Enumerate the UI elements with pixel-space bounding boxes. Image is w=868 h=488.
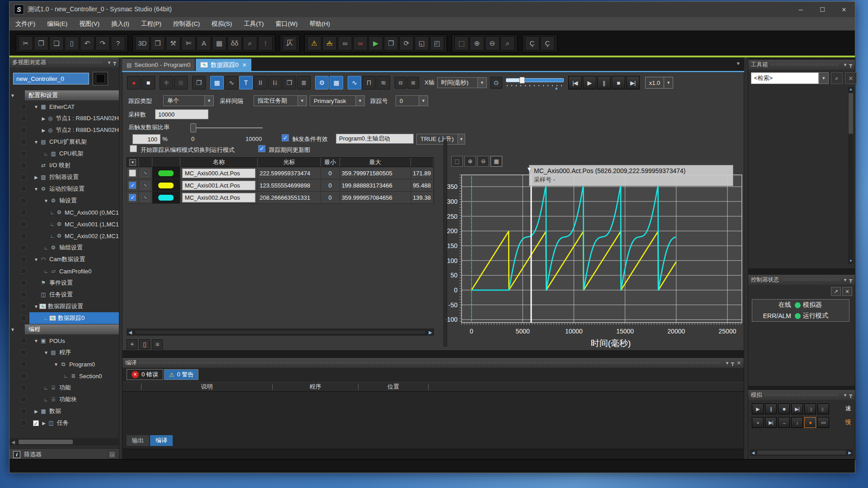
sim-button-row1-2[interactable]: ■ (778, 404, 790, 414)
sim-button-row2-2[interactable]: → (778, 417, 790, 428)
variable-name-input[interactable]: MC_Axis001.Act.Pos (182, 181, 255, 190)
monitor-icon[interactable]: ◱ (415, 36, 429, 51)
tree-item-数据[interactable]: ▶▦数据 (9, 405, 119, 417)
copy-icon[interactable]: ❐ (34, 36, 48, 51)
sim-button-row2-1[interactable]: ▶| (765, 417, 777, 428)
build-tab-编译[interactable]: 编译 (150, 435, 173, 446)
tree-item-Cam数据设置[interactable]: ▼◠Cam数据设置 (9, 253, 119, 265)
zoom-out-icon[interactable]: ⊖ (485, 36, 500, 51)
tree-item-CPU/扩展机架[interactable]: ▼▤CPU/扩展机架 (9, 136, 119, 148)
controller-select[interactable]: new_Controller_0 (13, 73, 89, 84)
menu-item-2[interactable]: 视图(V) (73, 17, 105, 30)
variable-icon[interactable]: δδ (227, 36, 242, 51)
skip-end-button[interactable]: ▶| (626, 76, 640, 89)
tree-item-轴组设置[interactable]: ∟⚙轴组设置 (9, 242, 119, 253)
tab-overflow-icon[interactable]: ▼ (736, 61, 741, 66)
skip-start-button[interactable]: |◀ (568, 76, 582, 89)
display-range-slider[interactable]: ▲ (506, 76, 564, 89)
online-icon[interactable]: Ç (525, 36, 539, 51)
chart-grid-button[interactable]: ▦ (491, 156, 502, 167)
tree-item-任务[interactable]: ✓▶◫任务 (9, 417, 119, 429)
mixed-chart-button[interactable]: ≋ (377, 76, 390, 89)
chart-select-button[interactable]: ⬚ (451, 156, 463, 167)
panel-menu-icon[interactable]: ▾ (844, 62, 847, 68)
tree-item-运动控制设置[interactable]: ▼⚙运动控制设置 (9, 183, 119, 195)
start-on-runmode-checkbox[interactable]: ✓ (130, 145, 137, 152)
trace-variable-row[interactable]: ✓∿MC_Axis001.Act.Pos123.5555546998980199… (127, 179, 434, 192)
tree-item-功能块[interactable]: ∟⌹功能块 (9, 394, 119, 405)
tree-item-I/O 映射[interactable]: ⇄I/O 映射 (9, 160, 119, 171)
warning-count-button[interactable]: ⚠ 0 警告 (164, 369, 199, 380)
warning-off-icon[interactable]: ⚠ (322, 36, 337, 51)
clear-search-icon[interactable]: ✕ (845, 72, 857, 84)
pin-icon[interactable]: ┳ (731, 360, 734, 366)
trace-variable-row[interactable]: ✓∿MC_Axis002.Act.Pos208.2666635513310359… (127, 192, 434, 204)
panel-menu-icon[interactable]: ▾ (844, 277, 847, 283)
tree-item-Section0[interactable]: ∟≣Section0 (9, 370, 119, 382)
menu-item-7[interactable]: 工具(T) (238, 17, 269, 30)
pin-icon[interactable]: ┳ (849, 62, 852, 68)
tree-item-事件设置[interactable]: ⚑事件设置 (9, 277, 119, 289)
variable-name-input[interactable]: MC_Axis002.Act.Pos (182, 193, 255, 202)
analog-chart-button[interactable]: ∿ (348, 76, 361, 89)
add-window-button[interactable]: ⊞ (174, 76, 188, 89)
search-dropdown-icon[interactable]: ▼ (819, 72, 829, 84)
update-during-trace-checkbox[interactable]: ✓ (258, 145, 265, 152)
error-count-button[interactable]: ✕ 0 错误 (127, 369, 163, 380)
compare-off-icon[interactable]: ∞ (353, 36, 368, 51)
layout-b-button[interactable]: ⊞ (407, 77, 419, 89)
sidebar-hscrollbar[interactable]: ◀ (9, 438, 119, 446)
menu-item-9[interactable]: 帮助(H) (303, 17, 336, 30)
compare-icon[interactable]: ∞ (338, 36, 352, 51)
tree-item-轴设置[interactable]: ▼⚙轴设置 (9, 195, 119, 206)
tab-Section0 - Program0[interactable]: ▤Section0 - Program0 (122, 59, 195, 71)
tree-item-CamProfile0[interactable]: ∟▱CamProfile0 (9, 265, 119, 277)
play-button[interactable]: ▶ (583, 76, 596, 89)
offline-icon[interactable]: Ç (540, 36, 555, 51)
pause-button[interactable]: || (597, 76, 611, 89)
tree-section-配置和设置[interactable]: 配置和设置 (25, 90, 119, 100)
menu-item-0[interactable]: 文件(F) (9, 17, 41, 30)
maximize-button[interactable]: ☐ (811, 2, 833, 17)
stop-playback-button[interactable]: ■ (612, 76, 625, 89)
delete-icon[interactable]: ▯ (65, 36, 79, 51)
cursor-t-button[interactable]: T (239, 76, 253, 89)
cursor-pair-button[interactable]: ΙΙ (254, 76, 267, 89)
scroll-left-icon[interactable]: ◀ (9, 440, 17, 445)
task-dropdown[interactable]: PrimaryTask▼ (310, 95, 365, 106)
watch-table-icon[interactable]: ▦ (212, 36, 226, 51)
program-check-icon[interactable]: 仄 (283, 36, 297, 51)
tree-item-数据跟踪设置[interactable]: ▼∿数据跟踪设置 (9, 300, 119, 312)
series-color-chip[interactable] (158, 182, 174, 189)
minimize-button[interactable]: ─ (790, 2, 811, 17)
redo-icon[interactable]: ↷ (95, 36, 110, 51)
sim-button-row1-3[interactable]: ▶| (791, 404, 803, 414)
trace-settings-button[interactable]: ⚙ (315, 76, 329, 89)
show-series-checkbox[interactable]: ✓ (129, 194, 136, 201)
tree-item-MC_Axis000 (0,MC1[interactable]: ∟⚙MC_Axis000 (0,MC1 (9, 206, 119, 218)
copy-table-button[interactable]: ❐ (192, 76, 206, 89)
tree-item-任务设置[interactable]: ◫任务设置 (9, 289, 119, 300)
table-hscrollbar[interactable]: ◀▶ (127, 328, 434, 336)
menu-item-3[interactable]: 插入(I) (105, 17, 135, 30)
monitor2-icon[interactable]: ◰ (430, 36, 444, 51)
trace-variable-row[interactable]: ✓∿MC_Axis000.Act.Pos222.5999593734740359… (127, 167, 434, 179)
zoom-fit-icon[interactable]: ⌕ (500, 36, 515, 51)
menu-item-5[interactable]: 控制器(C) (167, 17, 206, 30)
trigger-variable-input[interactable]: Program0.主轴启动 (336, 134, 414, 144)
close-button[interactable]: ✕ (833, 2, 855, 17)
filter-button[interactable]: ◲ (108, 450, 116, 459)
pin-icon[interactable]: ┳ (113, 60, 116, 66)
series-color-chip[interactable] (158, 194, 174, 201)
trace-chart[interactable]: 350300250200150100500-50-100050001000015… (446, 171, 745, 352)
stop-box-icon[interactable]: ❒ (384, 36, 398, 51)
trigger-condition-dropdown[interactable]: TRUE (上升)▼ (416, 134, 465, 145)
tree-item-POUs[interactable]: ▼▣POUs (9, 335, 119, 347)
float-icon[interactable]: ↗ (831, 287, 841, 296)
trace-number-dropdown[interactable]: 0▼ (396, 95, 428, 106)
add-variable-button[interactable]: ＋ (127, 339, 137, 349)
tab-数据跟踪0[interactable]: ∿数据跟踪0✕ (196, 59, 251, 71)
center-button[interactable]: ✚ (160, 76, 173, 89)
stairs-button[interactable]: ≣ (297, 76, 311, 89)
rebuild-icon[interactable]: ✄ (181, 36, 196, 51)
